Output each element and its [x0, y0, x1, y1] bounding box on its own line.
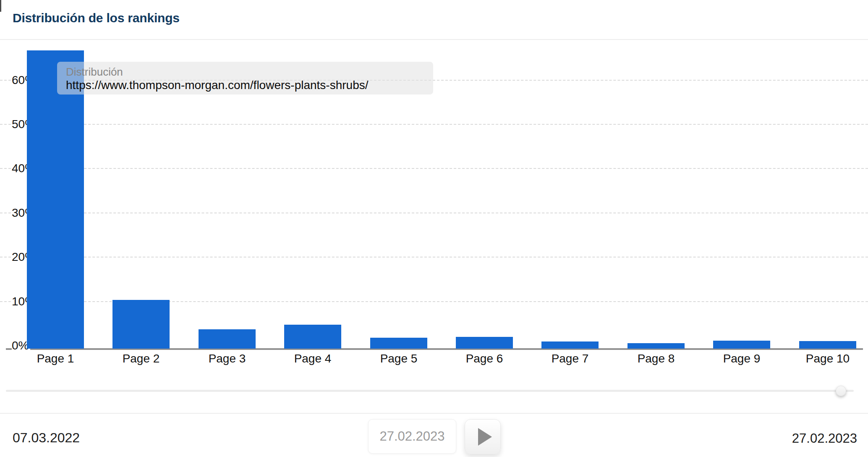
footer-divider [0, 413, 868, 414]
bar-page-9[interactable] [713, 341, 770, 349]
x-axis-label-page-9: Page 9 [699, 352, 784, 365]
chart-tooltip: Distribución https://www.thompson-morgan… [57, 62, 433, 95]
timeline-slider-track[interactable] [6, 390, 854, 392]
x-axis-label-page-5: Page 5 [356, 352, 442, 365]
gridline-40% [0, 168, 868, 169]
tooltip-title: Distribución [66, 65, 425, 79]
date-input[interactable] [368, 419, 456, 454]
bar-page-1[interactable] [27, 50, 84, 349]
x-axis-label-page-6: Page 6 [442, 352, 527, 365]
x-axis-label-page-1: Page 1 [13, 352, 98, 365]
play-button[interactable] [465, 419, 501, 454]
timeline-slider-handle[interactable] [836, 386, 846, 396]
x-axis-label-page-3: Page 3 [184, 352, 270, 365]
bar-page-10[interactable] [799, 341, 856, 349]
bar-page-5[interactable] [370, 338, 427, 349]
gridline-20% [0, 257, 868, 257]
play-icon [478, 428, 492, 446]
x-axis-label-page-8: Page 8 [613, 352, 699, 365]
bar-page-6[interactable] [456, 337, 513, 349]
x-axis-label-page-10: Page 10 [785, 352, 868, 365]
x-axis-label-page-7: Page 7 [527, 352, 613, 365]
timeline-end-date: 27.02.2023 [792, 431, 857, 446]
gridline-50% [0, 124, 868, 125]
rankings-bar-chart: 0%10%20%30%40%50%60%Page 1Page 2Page 3Pa… [0, 0, 868, 457]
bar-page-3[interactable] [199, 329, 256, 349]
timeline-start-date: 07.03.2022 [13, 430, 80, 446]
rankings-distribution-panel: Distribución de los rankings 0%10%20%30%… [0, 0, 868, 457]
gridline-30% [0, 213, 868, 213]
bar-page-7[interactable] [541, 341, 599, 349]
bar-page-2[interactable] [112, 300, 170, 349]
bar-page-4[interactable] [284, 325, 341, 349]
bar-page-8[interactable] [627, 343, 685, 349]
tooltip-url: https://www.thompson-morgan.com/flowers-… [66, 79, 425, 92]
x-axis-label-page-4: Page 4 [270, 352, 356, 365]
x-axis-label-page-2: Page 2 [98, 352, 184, 365]
